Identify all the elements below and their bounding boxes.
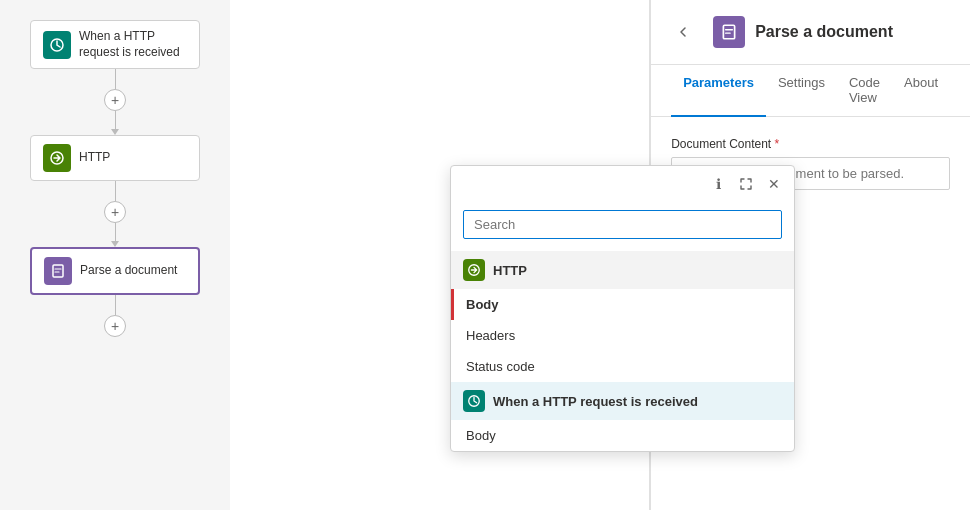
connector-1: + (104, 69, 126, 135)
info-icon[interactable]: ℹ (708, 174, 728, 194)
popup-item-status-code[interactable]: Status code (451, 351, 794, 382)
detail-icon (713, 16, 745, 48)
parse-document-label: Parse a document (80, 263, 177, 279)
popup-item-headers[interactable]: Headers (451, 320, 794, 351)
http-request-label: When a HTTP request is received (79, 29, 187, 60)
svg-rect-2 (53, 265, 63, 277)
flow-panel: When a HTTP request is received + HTTP + (0, 0, 230, 510)
field-label-document-content: Document Content * (671, 137, 950, 151)
search-input[interactable] (463, 210, 782, 239)
http-label: HTTP (79, 150, 110, 166)
collapse-button[interactable] (671, 20, 695, 44)
http-section-label: HTTP (493, 263, 527, 278)
add-button-3[interactable]: + (104, 315, 126, 337)
popup-section-http-request[interactable]: When a HTTP request is received (451, 382, 794, 420)
popup-header: ℹ ✕ (451, 166, 794, 202)
parse-document-icon (44, 257, 72, 285)
add-button-1[interactable]: + (104, 89, 126, 111)
connector-2: + (104, 181, 126, 247)
http-section-icon (463, 259, 485, 281)
flow-node-http-request[interactable]: When a HTTP request is received (30, 20, 200, 69)
svg-rect-5 (724, 25, 735, 39)
http-icon (43, 144, 71, 172)
popup-item-body-highlighted[interactable]: Body (451, 289, 794, 320)
http-request-section-label: When a HTTP request is received (493, 394, 698, 409)
tab-parameters[interactable]: Parameters (671, 65, 766, 117)
detail-title: Parse a document (755, 23, 893, 41)
detail-header: Parse a document (651, 0, 970, 65)
http-request-section-icon (463, 390, 485, 412)
tab-about[interactable]: About (892, 65, 950, 117)
canvas-area: ℹ ✕ HTTP Body Headers (230, 0, 650, 510)
detail-tabs: Parameters Settings Code View About (651, 65, 970, 117)
connector-3: + (104, 295, 126, 337)
tab-code-view[interactable]: Code View (837, 65, 892, 117)
popup-section-http[interactable]: HTTP (451, 251, 794, 289)
search-container (451, 202, 794, 251)
flow-node-http[interactable]: HTTP (30, 135, 200, 181)
popup-item-body-2[interactable]: Body (451, 420, 794, 451)
add-button-2[interactable]: + (104, 201, 126, 223)
tab-settings[interactable]: Settings (766, 65, 837, 117)
close-icon[interactable]: ✕ (764, 174, 784, 194)
popup-panel: ℹ ✕ HTTP Body Headers (450, 165, 795, 452)
flow-node-parse-document[interactable]: Parse a document (30, 247, 200, 295)
http-request-icon (43, 31, 71, 59)
expand-icon[interactable] (736, 174, 756, 194)
